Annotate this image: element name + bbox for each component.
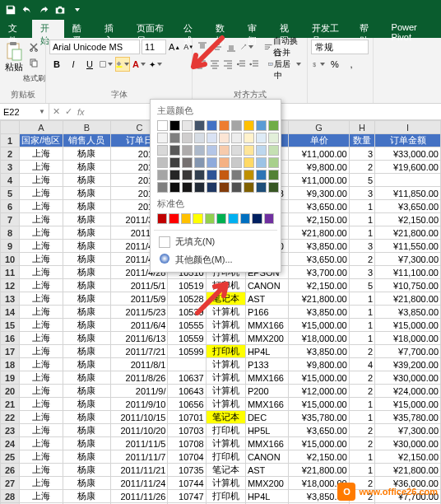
cell[interactable]: 上海 — [20, 437, 63, 450]
cell[interactable]: 3 — [349, 266, 374, 279]
row-header[interactable]: 22 — [1, 411, 20, 424]
cell[interactable]: 上海 — [20, 332, 63, 345]
cell[interactable]: ¥15,000.00 — [289, 437, 349, 450]
cell[interactable]: 2 — [349, 424, 374, 437]
header-cell[interactable]: 销售人员 — [63, 134, 111, 147]
undo-icon[interactable] — [21, 4, 33, 16]
cell[interactable]: 杨康 — [63, 253, 111, 266]
select-all-corner[interactable] — [1, 121, 20, 134]
cell[interactable]: 5 — [349, 174, 374, 187]
color-swatch[interactable] — [244, 133, 254, 143]
cell[interactable]: ¥21,800.00 — [375, 226, 441, 240]
cell[interactable]: 2011/5/23 — [111, 306, 168, 319]
row-header[interactable]: 20 — [1, 385, 20, 398]
cell[interactable]: ¥3,650.00 — [289, 200, 349, 213]
color-swatch[interactable] — [219, 157, 230, 168]
color-swatch[interactable] — [240, 213, 250, 224]
cell[interactable]: ¥2,150.00 — [375, 450, 441, 464]
cell[interactable]: 上海 — [20, 385, 63, 398]
table-row[interactable]: 16上海杨康2011/6/1310559计算机MMX200¥18,000.001… — [1, 332, 441, 345]
row-header[interactable]: 23 — [1, 424, 20, 437]
cell[interactable]: 打印机 — [206, 450, 245, 464]
cell[interactable]: 10519 — [168, 279, 206, 292]
cut-button[interactable] — [26, 40, 41, 54]
font-color-button[interactable]: A — [132, 57, 146, 72]
row-header[interactable]: 12 — [1, 279, 20, 292]
cell[interactable]: 上海 — [20, 266, 63, 279]
cell[interactable]: ¥9,800.00 — [289, 358, 349, 371]
cell[interactable]: 笔记本 — [206, 464, 245, 477]
row-header[interactable]: 25 — [1, 450, 20, 464]
cell[interactable]: 上海 — [20, 398, 63, 411]
color-swatch[interactable] — [194, 182, 205, 193]
color-swatch[interactable] — [207, 133, 217, 143]
color-swatch[interactable] — [256, 120, 267, 131]
color-swatch[interactable] — [194, 170, 205, 180]
cell[interactable]: 2011/6/13 — [111, 332, 168, 345]
cell[interactable]: 上海 — [20, 161, 63, 174]
cell[interactable]: 上海 — [20, 174, 63, 187]
cell[interactable]: 上海 — [20, 147, 63, 161]
cell[interactable]: 打印机 — [206, 490, 245, 503]
color-swatch[interactable] — [182, 145, 193, 156]
color-swatch[interactable] — [182, 133, 193, 143]
tab-home[interactable]: 开始 — [32, 20, 64, 38]
table-row[interactable]: 25上海杨康2011/11/710704打印机CANON¥2,150.001¥2… — [1, 450, 441, 464]
cell[interactable]: HP5L — [245, 424, 288, 437]
row-header[interactable]: 14 — [1, 306, 20, 319]
cell[interactable]: 1 — [349, 411, 374, 424]
cell[interactable]: 2011/8/26 — [111, 371, 168, 385]
fill-color-button[interactable] — [115, 57, 130, 72]
cell[interactable]: 上海 — [20, 213, 63, 226]
row-header[interactable]: 13 — [1, 292, 20, 306]
cell[interactable]: 2 — [349, 161, 374, 174]
color-swatch[interactable] — [219, 145, 230, 156]
color-swatch[interactable] — [268, 170, 279, 180]
cell[interactable]: 1 — [349, 213, 374, 226]
cell[interactable]: 杨康 — [63, 147, 111, 161]
cell[interactable]: ¥3,850.00 — [289, 306, 349, 319]
align-top-icon[interactable] — [196, 40, 209, 54]
cell[interactable]: MMX166 — [245, 398, 288, 411]
fx-icon[interactable]: fx — [77, 107, 85, 117]
color-swatch[interactable] — [207, 145, 217, 156]
cell[interactable]: 上海 — [20, 411, 63, 424]
color-swatch[interactable] — [219, 120, 230, 131]
color-swatch[interactable] — [244, 120, 254, 131]
row-header[interactable]: 19 — [1, 371, 20, 385]
cell[interactable]: 计算机 — [206, 319, 245, 332]
cell[interactable]: 杨康 — [63, 477, 111, 490]
color-swatch[interactable] — [207, 120, 217, 131]
color-swatch[interactable] — [169, 133, 180, 143]
cell[interactable]: 2011/9/10 — [111, 398, 168, 411]
cell[interactable]: 2011/10/15 — [111, 411, 168, 424]
cell[interactable]: ¥15,000.00 — [289, 319, 349, 332]
cell[interactable]: ¥12,000.00 — [289, 385, 349, 398]
cell[interactable]: ¥7,700.00 — [375, 345, 441, 358]
color-swatch[interactable] — [244, 145, 254, 156]
tab-review[interactable]: 审阅 — [239, 20, 272, 38]
redo-icon[interactable] — [38, 4, 49, 16]
bold-button[interactable]: B — [49, 57, 64, 72]
cell[interactable]: 10744 — [168, 477, 206, 490]
color-swatch[interactable] — [264, 213, 274, 224]
cell[interactable]: ¥35,780.00 — [289, 411, 349, 424]
row-header[interactable]: 18 — [1, 358, 20, 371]
color-swatch[interactable] — [194, 120, 205, 131]
cell[interactable]: ¥30,000.00 — [375, 437, 441, 450]
table-row[interactable]: 19上海杨康2011/8/2610637计算机MMX166¥15,000.002… — [1, 371, 441, 385]
cell[interactable]: ¥39,200.00 — [375, 358, 441, 371]
row-header[interactable]: 17 — [1, 345, 20, 358]
cell[interactable]: 上海 — [20, 240, 63, 253]
font-name-input[interactable] — [49, 40, 140, 54]
format-painter-button[interactable]: 格式刷 — [26, 71, 41, 86]
underline-button[interactable]: U — [82, 57, 97, 72]
color-swatch[interactable] — [244, 157, 254, 168]
color-swatch[interactable] — [205, 213, 215, 224]
cell[interactable]: 计算机 — [206, 385, 245, 398]
cell[interactable]: 计算机 — [206, 358, 245, 371]
color-swatch[interactable] — [216, 213, 226, 224]
cell[interactable]: 杨康 — [63, 398, 111, 411]
color-swatch[interactable] — [268, 157, 279, 168]
cell[interactable]: 1 — [349, 306, 374, 319]
